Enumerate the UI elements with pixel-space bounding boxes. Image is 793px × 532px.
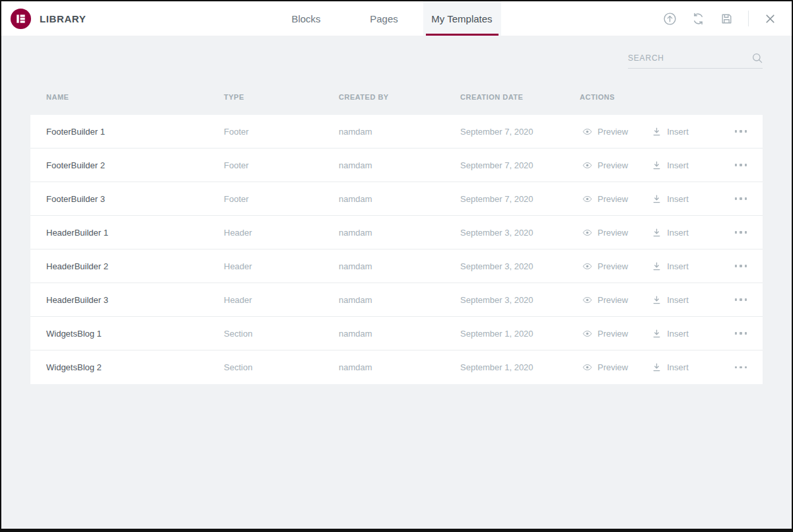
search-icon[interactable] xyxy=(752,53,763,63)
preview-button[interactable]: Preview xyxy=(582,194,628,204)
table-row: WidgetsBlog 2 Section namdam September 1… xyxy=(30,350,763,384)
row-actions: Preview Insert xyxy=(580,362,720,372)
preview-button[interactable]: Preview xyxy=(582,261,628,271)
insert-button[interactable]: Insert xyxy=(652,362,689,372)
insert-label: Insert xyxy=(667,261,689,271)
col-type: TYPE xyxy=(224,93,339,101)
preview-label: Preview xyxy=(598,160,628,170)
template-name: HeaderBuilder 2 xyxy=(46,261,224,271)
template-type: Section xyxy=(224,329,339,339)
row-more-menu[interactable] xyxy=(735,227,747,238)
row-more-menu[interactable] xyxy=(735,126,747,137)
template-name: FooterBuilder 1 xyxy=(46,127,224,137)
insert-button[interactable]: Insert xyxy=(652,329,689,339)
col-name: NAME xyxy=(46,93,224,101)
preview-label: Preview xyxy=(598,362,628,372)
insert-label: Insert xyxy=(667,362,689,372)
row-more-menu[interactable] xyxy=(735,160,747,170)
close-icon[interactable] xyxy=(763,12,777,26)
search-row xyxy=(30,53,763,69)
preview-button[interactable]: Preview xyxy=(582,329,628,339)
dot xyxy=(745,265,747,267)
dot xyxy=(740,366,742,369)
preview-button[interactable]: Preview xyxy=(582,295,628,305)
template-type: Footer xyxy=(224,194,339,204)
row-more-menu[interactable] xyxy=(735,328,747,339)
sync-library-icon[interactable] xyxy=(691,12,705,26)
modal-title: LIBRARY xyxy=(40,13,86,24)
insert-button[interactable]: Insert xyxy=(652,261,689,271)
preview-label: Preview xyxy=(598,194,628,204)
insert-label: Insert xyxy=(667,329,689,339)
dot xyxy=(740,298,742,301)
template-date: September 1, 2020 xyxy=(460,329,580,339)
modal-header: LIBRARY Blocks Pages My Templates xyxy=(1,1,792,36)
tab-pages[interactable]: Pages xyxy=(345,1,423,36)
tools-divider xyxy=(748,11,749,26)
insert-button[interactable]: Insert xyxy=(652,295,689,305)
insert-button[interactable]: Insert xyxy=(652,160,689,170)
row-more-menu[interactable] xyxy=(735,193,747,204)
preview-button[interactable]: Preview xyxy=(582,127,628,137)
template-name: FooterBuilder 2 xyxy=(46,160,224,170)
insert-download-icon xyxy=(652,295,662,305)
save-template-icon[interactable] xyxy=(720,12,734,26)
table-row: HeaderBuilder 2 Header namdam September … xyxy=(30,249,763,283)
preview-label: Preview xyxy=(598,329,628,339)
table-row: FooterBuilder 2 Footer namdam September … xyxy=(30,149,763,182)
row-more-menu[interactable] xyxy=(735,362,747,373)
template-author: namdam xyxy=(339,329,460,339)
row-actions: Preview Insert xyxy=(580,295,720,305)
insert-button[interactable]: Insert xyxy=(652,194,689,204)
preview-label: Preview xyxy=(598,228,628,238)
template-date: September 3, 2020 xyxy=(460,228,580,238)
dot xyxy=(745,231,747,234)
row-more-menu[interactable] xyxy=(735,294,747,305)
library-tabs: Blocks Pages My Templates xyxy=(267,1,501,36)
template-date: September 7, 2020 xyxy=(460,160,580,170)
template-author: namdam xyxy=(339,160,460,170)
dot xyxy=(745,298,747,301)
col-creation-date: CREATION DATE xyxy=(460,93,580,101)
eye-icon xyxy=(582,261,592,271)
tab-blocks[interactable]: Blocks xyxy=(267,1,345,36)
template-type: Footer xyxy=(224,127,339,137)
table-row: HeaderBuilder 1 Header namdam September … xyxy=(30,216,763,249)
dot xyxy=(745,197,747,200)
template-name: HeaderBuilder 3 xyxy=(46,295,224,305)
template-date: September 3, 2020 xyxy=(460,295,580,305)
dot xyxy=(735,197,738,200)
template-type: Header xyxy=(224,295,339,305)
import-template-icon[interactable] xyxy=(663,12,677,26)
insert-button[interactable]: Insert xyxy=(652,228,689,238)
search-box xyxy=(628,53,763,69)
table-row: HeaderBuilder 3 Header namdam September … xyxy=(30,283,763,317)
eye-icon xyxy=(582,362,592,372)
search-input[interactable] xyxy=(628,53,740,63)
template-author: namdam xyxy=(339,295,460,305)
table-row: FooterBuilder 1 Footer namdam September … xyxy=(30,115,763,149)
row-more-menu[interactable] xyxy=(735,261,747,271)
template-type: Header xyxy=(224,228,339,238)
dot xyxy=(745,130,747,133)
template-date: September 3, 2020 xyxy=(460,261,580,271)
header-tools xyxy=(663,1,792,36)
preview-button[interactable]: Preview xyxy=(582,160,628,170)
template-type: Section xyxy=(224,362,339,372)
tab-my-templates[interactable]: My Templates xyxy=(423,1,501,36)
preview-button[interactable]: Preview xyxy=(582,228,628,238)
dot xyxy=(740,231,742,234)
dot xyxy=(735,366,738,369)
dot xyxy=(735,130,738,133)
preview-button[interactable]: Preview xyxy=(582,362,628,372)
library-modal: LIBRARY Blocks Pages My Templates xyxy=(1,1,792,529)
table-body: FooterBuilder 1 Footer namdam September … xyxy=(30,115,763,384)
table-header: NAME TYPE CREATED BY CREATION DATE ACTIO… xyxy=(30,87,763,107)
dot xyxy=(740,332,742,335)
template-type: Footer xyxy=(224,160,339,170)
insert-button[interactable]: Insert xyxy=(652,127,689,137)
dot xyxy=(745,164,747,166)
template-type: Header xyxy=(224,261,339,271)
dot xyxy=(735,298,738,301)
template-author: namdam xyxy=(339,261,460,271)
